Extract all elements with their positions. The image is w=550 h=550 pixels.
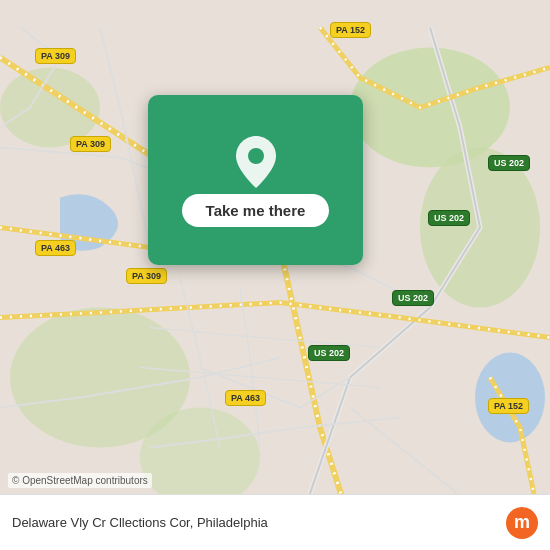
moovit-logo: m xyxy=(506,507,538,539)
road-badge-us202-mid: US 202 xyxy=(428,210,470,226)
road-badge-pa463-left: PA 463 xyxy=(35,240,76,256)
road-badge-pa152-top: PA 152 xyxy=(330,22,371,38)
road-badge-pa309-mid: PA 309 xyxy=(70,136,111,152)
road-badge-pa463-right: PA 463 xyxy=(225,390,266,406)
svg-point-7 xyxy=(248,148,264,164)
road-badge-us202-bottom: US 202 xyxy=(308,345,350,361)
road-badge-us202-top: US 202 xyxy=(488,155,530,171)
location-card: Take me there xyxy=(148,95,363,265)
road-badge-pa152-bottom: PA 152 xyxy=(488,398,529,414)
map-attribution: © OpenStreetMap contributors xyxy=(8,473,152,488)
bottom-bar: Delaware Vly Cr Cllections Cor, Philadel… xyxy=(0,494,550,550)
road-badge-pa309-lower: PA 309 xyxy=(126,268,167,284)
road-badge-us202-lower: US 202 xyxy=(392,290,434,306)
take-me-there-button[interactable]: Take me there xyxy=(182,194,330,227)
road-badge-pa309-top: PA 309 xyxy=(35,48,76,64)
location-label: Delaware Vly Cr Cllections Cor, Philadel… xyxy=(12,515,268,530)
map-container: PA 152 PA 309 PA 309 PA 309 PA 463 PA 46… xyxy=(0,0,550,550)
moovit-icon: m xyxy=(506,507,538,539)
svg-point-4 xyxy=(140,408,260,508)
location-pin-icon xyxy=(232,134,280,182)
